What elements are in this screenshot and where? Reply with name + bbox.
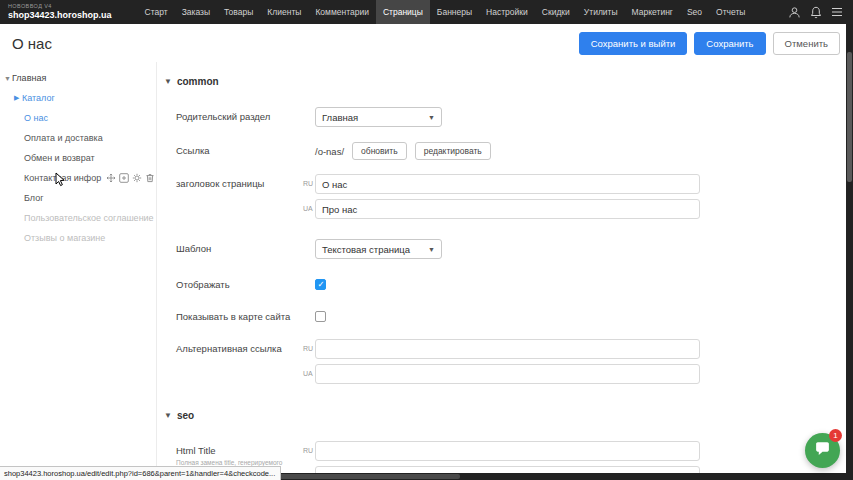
page-title-row: заголовок страницы RU UA <box>176 174 846 219</box>
sidebar-item-soglashenie[interactable]: Пользовательское соглашение <box>0 208 156 228</box>
chevron-down-icon: ▼ <box>428 114 435 121</box>
chat-launcher-button[interactable]: 1 <box>805 433 840 468</box>
section-common[interactable]: ▼ common <box>164 76 846 87</box>
alt-link-row: Альтернативная ссылка RU UA <box>176 339 846 384</box>
notifications-bell-icon[interactable] <box>810 6 822 19</box>
page-title: О нас <box>12 35 52 52</box>
nav-reports[interactable]: Отчеты <box>709 0 752 24</box>
display-checkbox[interactable] <box>315 279 326 290</box>
nav-banners[interactable]: Баннеры <box>430 0 479 24</box>
sidebar-item-obmen-vozvrat[interactable]: Обмен и возврат <box>0 148 156 168</box>
sitemap-row: Показывать в карте сайта <box>176 307 846 323</box>
tree-item-label: Отзывы о магазине <box>24 233 105 243</box>
parent-section-row: Родительский раздел Главная ▼ <box>176 107 846 127</box>
template-value: Текстовая страница <box>322 244 410 255</box>
chevron-down-icon[interactable]: ▼ <box>4 75 12 82</box>
sitemap-label: Показывать в карте сайта <box>176 307 303 323</box>
tree-item-label: Главная <box>12 73 46 83</box>
tree-item-label: Обмен и возврат <box>24 153 95 163</box>
page-title-ru-input[interactable] <box>315 174 700 194</box>
pages-tree-sidebar: ▼ Главная ▶ Каталог О нас Оплата и доста… <box>0 62 157 473</box>
link-row: Ссылка /o-nas/ обновить редактировать <box>176 141 846 160</box>
nav-settings[interactable]: Настройки <box>479 0 535 24</box>
tree-item-label: Оплата и доставка <box>24 133 103 143</box>
template-row: Шаблон Текстовая страница ▼ <box>176 239 846 259</box>
page-title-ua-input[interactable] <box>315 199 700 219</box>
sidebar-item-blog[interactable]: Блог <box>0 188 156 208</box>
save-button[interactable]: Сохранить <box>694 32 765 55</box>
nav-comments[interactable]: Комментарии <box>308 0 376 24</box>
sitemap-checkbox[interactable] <box>315 311 326 322</box>
nav-marketing[interactable]: Маркетинг <box>625 0 680 24</box>
lang-ua-tag: UA <box>303 466 315 473</box>
sidebar-item-o-nas[interactable]: О нас <box>0 108 156 128</box>
template-select[interactable]: Текстовая страница ▼ <box>315 239 442 259</box>
topbar: НОВОВВОД V4 shop34423.horoshop.ua Старт … <box>0 0 853 24</box>
chevron-down-icon: ▼ <box>428 246 435 253</box>
sidebar-item-kontaktnaya-info[interactable]: Контактная инфор <box>0 168 156 188</box>
template-label: Шаблон <box>176 239 303 255</box>
sidebar-item-glavnaya[interactable]: ▼ Главная <box>0 68 156 88</box>
chevron-right-icon[interactable]: ▶ <box>14 94 22 102</box>
main-nav: Старт Заказы Товары Клиенты Комментарии … <box>138 0 753 24</box>
header-buttons: Сохранить и выйти Сохранить Отменить <box>579 32 840 55</box>
section-seo-label: seo <box>177 410 194 421</box>
lang-ru-tag: RU <box>303 339 315 359</box>
parent-section-select[interactable]: Главная ▼ <box>315 107 442 127</box>
save-and-exit-button[interactable]: Сохранить и выйти <box>579 32 688 55</box>
alt-link-label: Альтернативная ссылка <box>176 339 303 355</box>
tree-item-label: О нас <box>24 113 48 123</box>
sidebar-item-katalog[interactable]: ▶ Каталог <box>0 88 156 108</box>
browser-status-url: shop34423.horoshop.ua/edit/edit.php?id=6… <box>0 466 281 480</box>
link-label: Ссылка <box>176 141 303 157</box>
html-title-label: Html Title Полная замена title, генериру… <box>176 441 303 467</box>
gear-icon[interactable] <box>132 173 142 183</box>
html-title-label-text: Html Title <box>176 445 303 457</box>
chevron-down-icon: ▼ <box>164 411 172 420</box>
page-header: О нас Сохранить и выйти Сохранить Отмени… <box>0 24 846 62</box>
section-common-label: common <box>177 76 219 87</box>
sidebar-item-otzyvy[interactable]: Отзывы о магазине <box>0 228 156 248</box>
lang-ru-tag: RU <box>303 174 315 194</box>
lang-ua-tag: UA <box>303 199 315 219</box>
tree-item-label: Пользовательское соглашение <box>24 213 154 223</box>
alt-link-ua-input[interactable] <box>315 364 700 384</box>
cancel-button[interactable]: Отменить <box>773 32 840 55</box>
display-label: Отображать <box>176 275 303 291</box>
nav-seo[interactable]: Seo <box>680 0 709 24</box>
tree-item-label: Каталог <box>22 93 55 103</box>
lang-ru-tag: RU <box>303 441 315 461</box>
nav-orders[interactable]: Заказы <box>175 0 217 24</box>
page-title-field-label: заголовок страницы <box>176 174 303 190</box>
parent-section-label: Родительский раздел <box>176 107 303 123</box>
chat-bubble-icon <box>814 440 831 461</box>
move-icon[interactable] <box>106 173 116 183</box>
chevron-down-icon: ▼ <box>164 77 172 86</box>
user-icon[interactable] <box>788 6 801 19</box>
lang-ua-tag: UA <box>303 364 315 384</box>
nav-clients[interactable]: Клиенты <box>260 0 308 24</box>
vertical-scrollbar[interactable] <box>846 24 853 480</box>
display-row: Отображать <box>176 275 846 291</box>
alt-link-ru-input[interactable] <box>315 339 700 359</box>
sidebar-item-oplata-dostavka[interactable]: Оплата и доставка <box>0 128 156 148</box>
nav-discounts[interactable]: Скидки <box>535 0 577 24</box>
vertical-scrollbar-thumb[interactable] <box>847 52 852 182</box>
page-edit-form: ▼ common Родительский раздел Главная ▼ С… <box>158 62 846 473</box>
add-page-icon[interactable] <box>119 173 129 183</box>
nav-pages[interactable]: Страницы <box>376 0 430 24</box>
link-refresh-button[interactable]: обновить <box>352 142 407 160</box>
nav-products[interactable]: Товары <box>217 0 260 24</box>
link-edit-button[interactable]: редактировать <box>415 142 491 160</box>
menu-hamburger-icon[interactable] <box>831 7 843 17</box>
shop-logo[interactable]: НОВОВВОД V4 shop34423.horoshop.ua <box>8 4 112 20</box>
chat-unread-badge: 1 <box>829 429 842 442</box>
link-value: /o-nas/ <box>315 146 344 157</box>
parent-section-value: Главная <box>322 112 358 123</box>
section-seo[interactable]: ▼ seo <box>164 410 846 421</box>
nav-utilities[interactable]: Утилиты <box>577 0 625 24</box>
trash-icon[interactable] <box>145 173 155 183</box>
html-title-ua-input[interactable] <box>315 466 700 473</box>
html-title-ru-input[interactable] <box>315 441 700 461</box>
nav-start[interactable]: Старт <box>138 0 175 24</box>
